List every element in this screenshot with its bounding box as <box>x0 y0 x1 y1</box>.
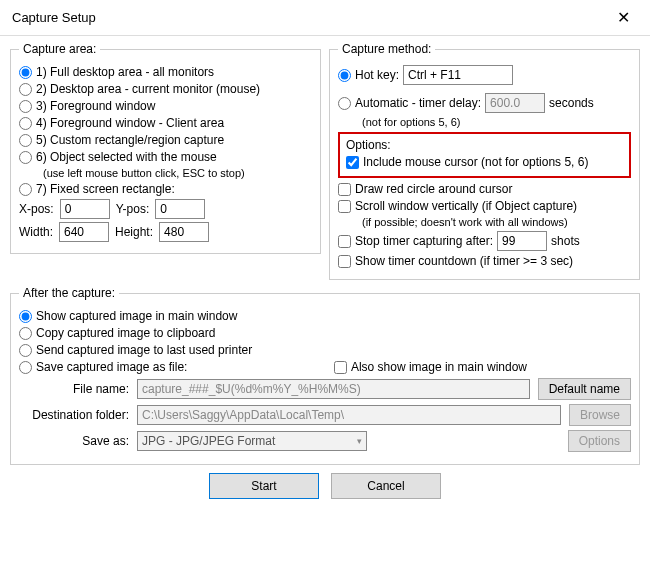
xpos-input[interactable] <box>60 199 110 219</box>
scroll-note: (if possible; doesn't work with all wind… <box>362 216 631 228</box>
opt2-label: 2) Desktop area - current monitor (mouse… <box>36 82 260 96</box>
options-highlight: Options: Include mouse cursor (not for o… <box>338 132 631 178</box>
also-show-check[interactable] <box>334 361 347 374</box>
after-capture-group: After the capture: Show captured image i… <box>10 286 640 465</box>
after-show-main-label: Show captured image in main window <box>36 309 237 323</box>
chevron-down-icon: ▾ <box>357 436 362 446</box>
after-copy-clip-label: Copy captured image to clipboard <box>36 326 215 340</box>
width-label: Width: <box>19 225 53 239</box>
capture-method-legend: Capture method: <box>338 42 435 56</box>
opt5-label: 5) Custom rectangle/region capture <box>36 133 224 147</box>
include-cursor-label: Include mouse cursor (not for options 5,… <box>363 155 588 169</box>
draw-circle-label: Draw red circle around cursor <box>355 182 512 196</box>
file-name-label: File name: <box>19 382 129 396</box>
after-send-printer[interactable] <box>19 344 32 357</box>
options-button[interactable]: Options <box>568 430 631 452</box>
scroll-vert-check[interactable] <box>338 200 351 213</box>
window-title: Capture Setup <box>12 10 96 25</box>
width-input[interactable] <box>59 222 109 242</box>
file-name-input[interactable] <box>137 379 530 399</box>
capture-area-opt3[interactable] <box>19 100 32 113</box>
height-label: Height: <box>115 225 153 239</box>
stop-shots-input[interactable] <box>497 231 547 251</box>
opt1-label: 1) Full desktop area - all monitors <box>36 65 214 79</box>
capture-area-opt6[interactable] <box>19 151 32 164</box>
capture-area-opt5[interactable] <box>19 134 32 147</box>
cancel-button[interactable]: Cancel <box>331 473 441 499</box>
scroll-vert-label: Scroll window vertically (if Object capt… <box>355 199 577 213</box>
ypos-input[interactable] <box>155 199 205 219</box>
capture-method-group: Capture method: Hot key: Automatic - tim… <box>329 42 640 280</box>
options-legend: Options: <box>346 138 623 152</box>
close-icon[interactable]: ✕ <box>609 8 638 27</box>
dest-folder-input[interactable] <box>137 405 561 425</box>
after-save-file[interactable] <box>19 361 32 374</box>
capture-area-opt4[interactable] <box>19 117 32 130</box>
after-save-file-label: Save captured image as file: <box>36 360 187 374</box>
opt6-note: (use left mouse button click, ESC to sto… <box>43 167 312 179</box>
xpos-label: X-pos: <box>19 202 54 216</box>
auto-delay-input[interactable] <box>485 93 545 113</box>
hotkey-input[interactable] <box>403 65 513 85</box>
saveas-select[interactable]: JPG - JPG/JPEG Format ▾ <box>137 431 367 451</box>
auto-note: (not for options 5, 6) <box>362 116 631 128</box>
stop-after-label: Stop timer capturing after: <box>355 234 493 248</box>
opt4-label: 4) Foreground window - Client area <box>36 116 224 130</box>
stop-after-check[interactable] <box>338 235 351 248</box>
capture-area-opt1[interactable] <box>19 66 32 79</box>
opt7-label: 7) Fixed screen rectangle: <box>36 182 175 196</box>
draw-circle-check[interactable] <box>338 183 351 196</box>
height-input[interactable] <box>159 222 209 242</box>
capture-area-legend: Capture area: <box>19 42 100 56</box>
after-capture-legend: After the capture: <box>19 286 119 300</box>
auto-label: Automatic - timer delay: <box>355 96 481 110</box>
capture-area-opt2[interactable] <box>19 83 32 96</box>
include-cursor-check[interactable] <box>346 156 359 169</box>
hotkey-radio[interactable] <box>338 69 351 82</box>
dest-folder-label: Destination folder: <box>19 408 129 422</box>
auto-seconds-label: seconds <box>549 96 594 110</box>
saveas-label: Save as: <box>19 434 129 448</box>
auto-radio[interactable] <box>338 97 351 110</box>
after-send-printer-label: Send captured image to last used printer <box>36 343 252 357</box>
browse-button[interactable]: Browse <box>569 404 631 426</box>
default-name-button[interactable]: Default name <box>538 378 631 400</box>
ypos-label: Y-pos: <box>116 202 150 216</box>
after-copy-clip[interactable] <box>19 327 32 340</box>
opt3-label: 3) Foreground window <box>36 99 155 113</box>
also-show-label: Also show image in main window <box>351 360 527 374</box>
capture-area-opt7[interactable] <box>19 183 32 196</box>
hotkey-label: Hot key: <box>355 68 399 82</box>
stop-shots-unit: shots <box>551 234 580 248</box>
show-countdown-label: Show timer countdown (if timer >= 3 sec) <box>355 254 573 268</box>
opt6-label: 6) Object selected with the mouse <box>36 150 217 164</box>
capture-area-group: Capture area: 1) Full desktop area - all… <box>10 42 321 254</box>
show-countdown-check[interactable] <box>338 255 351 268</box>
after-show-main[interactable] <box>19 310 32 323</box>
start-button[interactable]: Start <box>209 473 319 499</box>
saveas-value: JPG - JPG/JPEG Format <box>142 434 275 448</box>
